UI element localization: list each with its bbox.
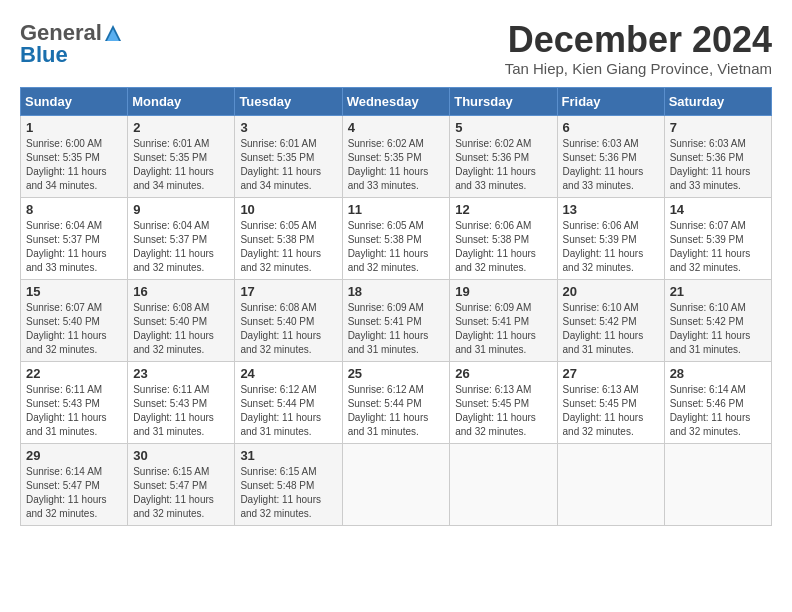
day-number: 9 xyxy=(133,202,229,217)
calendar-day-cell: 15Sunrise: 6:07 AMSunset: 5:40 PMDayligh… xyxy=(21,279,128,361)
weekday-header-monday: Monday xyxy=(128,87,235,115)
calendar-week-row: 8Sunrise: 6:04 AMSunset: 5:37 PMDaylight… xyxy=(21,197,772,279)
title-block: December 2024 Tan Hiep, Kien Giang Provi… xyxy=(505,20,772,77)
calendar-day-cell: 14Sunrise: 6:07 AMSunset: 5:39 PMDayligh… xyxy=(664,197,771,279)
day-info: Sunrise: 6:07 AMSunset: 5:40 PMDaylight:… xyxy=(26,301,122,357)
day-number: 15 xyxy=(26,284,122,299)
day-number: 16 xyxy=(133,284,229,299)
day-info: Sunrise: 6:03 AMSunset: 5:36 PMDaylight:… xyxy=(563,137,659,193)
calendar-day-cell: 13Sunrise: 6:06 AMSunset: 5:39 PMDayligh… xyxy=(557,197,664,279)
day-info: Sunrise: 6:04 AMSunset: 5:37 PMDaylight:… xyxy=(133,219,229,275)
calendar-day-cell: 28Sunrise: 6:14 AMSunset: 5:46 PMDayligh… xyxy=(664,361,771,443)
calendar-day-cell xyxy=(450,443,557,525)
day-number: 10 xyxy=(240,202,336,217)
calendar-day-cell: 8Sunrise: 6:04 AMSunset: 5:37 PMDaylight… xyxy=(21,197,128,279)
day-number: 29 xyxy=(26,448,122,463)
day-info: Sunrise: 6:03 AMSunset: 5:36 PMDaylight:… xyxy=(670,137,766,193)
calendar-day-cell: 4Sunrise: 6:02 AMSunset: 5:35 PMDaylight… xyxy=(342,115,450,197)
day-number: 12 xyxy=(455,202,551,217)
day-info: Sunrise: 6:12 AMSunset: 5:44 PMDaylight:… xyxy=(240,383,336,439)
calendar-day-cell: 11Sunrise: 6:05 AMSunset: 5:38 PMDayligh… xyxy=(342,197,450,279)
day-info: Sunrise: 6:13 AMSunset: 5:45 PMDaylight:… xyxy=(455,383,551,439)
calendar-table: SundayMondayTuesdayWednesdayThursdayFrid… xyxy=(20,87,772,526)
calendar-week-row: 15Sunrise: 6:07 AMSunset: 5:40 PMDayligh… xyxy=(21,279,772,361)
day-info: Sunrise: 6:12 AMSunset: 5:44 PMDaylight:… xyxy=(348,383,445,439)
day-info: Sunrise: 6:06 AMSunset: 5:39 PMDaylight:… xyxy=(563,219,659,275)
calendar-day-cell: 25Sunrise: 6:12 AMSunset: 5:44 PMDayligh… xyxy=(342,361,450,443)
calendar-day-cell: 12Sunrise: 6:06 AMSunset: 5:38 PMDayligh… xyxy=(450,197,557,279)
day-number: 13 xyxy=(563,202,659,217)
day-number: 24 xyxy=(240,366,336,381)
day-number: 21 xyxy=(670,284,766,299)
day-info: Sunrise: 6:10 AMSunset: 5:42 PMDaylight:… xyxy=(563,301,659,357)
day-info: Sunrise: 6:11 AMSunset: 5:43 PMDaylight:… xyxy=(26,383,122,439)
weekday-header-tuesday: Tuesday xyxy=(235,87,342,115)
day-number: 11 xyxy=(348,202,445,217)
weekday-header-thursday: Thursday xyxy=(450,87,557,115)
day-info: Sunrise: 6:13 AMSunset: 5:45 PMDaylight:… xyxy=(563,383,659,439)
day-info: Sunrise: 6:04 AMSunset: 5:37 PMDaylight:… xyxy=(26,219,122,275)
calendar-day-cell: 24Sunrise: 6:12 AMSunset: 5:44 PMDayligh… xyxy=(235,361,342,443)
calendar-day-cell xyxy=(342,443,450,525)
day-number: 26 xyxy=(455,366,551,381)
day-number: 18 xyxy=(348,284,445,299)
day-info: Sunrise: 6:01 AMSunset: 5:35 PMDaylight:… xyxy=(133,137,229,193)
day-info: Sunrise: 6:02 AMSunset: 5:36 PMDaylight:… xyxy=(455,137,551,193)
day-info: Sunrise: 6:15 AMSunset: 5:47 PMDaylight:… xyxy=(133,465,229,521)
day-info: Sunrise: 6:08 AMSunset: 5:40 PMDaylight:… xyxy=(133,301,229,357)
day-number: 5 xyxy=(455,120,551,135)
calendar-day-cell: 7Sunrise: 6:03 AMSunset: 5:36 PMDaylight… xyxy=(664,115,771,197)
calendar-day-cell: 21Sunrise: 6:10 AMSunset: 5:42 PMDayligh… xyxy=(664,279,771,361)
day-info: Sunrise: 6:05 AMSunset: 5:38 PMDaylight:… xyxy=(240,219,336,275)
calendar-subtitle: Tan Hiep, Kien Giang Province, Vietnam xyxy=(505,60,772,77)
day-number: 20 xyxy=(563,284,659,299)
calendar-week-row: 1Sunrise: 6:00 AMSunset: 5:35 PMDaylight… xyxy=(21,115,772,197)
calendar-day-cell xyxy=(557,443,664,525)
day-number: 28 xyxy=(670,366,766,381)
calendar-day-cell xyxy=(664,443,771,525)
day-number: 19 xyxy=(455,284,551,299)
calendar-day-cell: 31Sunrise: 6:15 AMSunset: 5:48 PMDayligh… xyxy=(235,443,342,525)
calendar-day-cell: 6Sunrise: 6:03 AMSunset: 5:36 PMDaylight… xyxy=(557,115,664,197)
calendar-week-row: 29Sunrise: 6:14 AMSunset: 5:47 PMDayligh… xyxy=(21,443,772,525)
calendar-day-cell: 23Sunrise: 6:11 AMSunset: 5:43 PMDayligh… xyxy=(128,361,235,443)
day-number: 23 xyxy=(133,366,229,381)
calendar-day-cell: 22Sunrise: 6:11 AMSunset: 5:43 PMDayligh… xyxy=(21,361,128,443)
day-info: Sunrise: 6:14 AMSunset: 5:46 PMDaylight:… xyxy=(670,383,766,439)
day-info: Sunrise: 6:01 AMSunset: 5:35 PMDaylight:… xyxy=(240,137,336,193)
day-number: 7 xyxy=(670,120,766,135)
calendar-day-cell: 18Sunrise: 6:09 AMSunset: 5:41 PMDayligh… xyxy=(342,279,450,361)
day-number: 6 xyxy=(563,120,659,135)
day-number: 25 xyxy=(348,366,445,381)
calendar-day-cell: 20Sunrise: 6:10 AMSunset: 5:42 PMDayligh… xyxy=(557,279,664,361)
page-header: General Blue December 2024 Tan Hiep, Kie… xyxy=(20,20,772,77)
calendar-day-cell: 29Sunrise: 6:14 AMSunset: 5:47 PMDayligh… xyxy=(21,443,128,525)
calendar-day-cell: 10Sunrise: 6:05 AMSunset: 5:38 PMDayligh… xyxy=(235,197,342,279)
day-number: 14 xyxy=(670,202,766,217)
day-number: 2 xyxy=(133,120,229,135)
day-info: Sunrise: 6:14 AMSunset: 5:47 PMDaylight:… xyxy=(26,465,122,521)
calendar-day-cell: 2Sunrise: 6:01 AMSunset: 5:35 PMDaylight… xyxy=(128,115,235,197)
day-info: Sunrise: 6:06 AMSunset: 5:38 PMDaylight:… xyxy=(455,219,551,275)
day-info: Sunrise: 6:10 AMSunset: 5:42 PMDaylight:… xyxy=(670,301,766,357)
weekday-header-friday: Friday xyxy=(557,87,664,115)
day-info: Sunrise: 6:02 AMSunset: 5:35 PMDaylight:… xyxy=(348,137,445,193)
calendar-week-row: 22Sunrise: 6:11 AMSunset: 5:43 PMDayligh… xyxy=(21,361,772,443)
day-number: 22 xyxy=(26,366,122,381)
calendar-day-cell: 9Sunrise: 6:04 AMSunset: 5:37 PMDaylight… xyxy=(128,197,235,279)
calendar-title: December 2024 xyxy=(505,20,772,60)
calendar-day-cell: 3Sunrise: 6:01 AMSunset: 5:35 PMDaylight… xyxy=(235,115,342,197)
day-number: 1 xyxy=(26,120,122,135)
day-number: 4 xyxy=(348,120,445,135)
logo: General Blue xyxy=(20,20,124,68)
calendar-day-cell: 16Sunrise: 6:08 AMSunset: 5:40 PMDayligh… xyxy=(128,279,235,361)
calendar-day-cell: 19Sunrise: 6:09 AMSunset: 5:41 PMDayligh… xyxy=(450,279,557,361)
day-info: Sunrise: 6:09 AMSunset: 5:41 PMDaylight:… xyxy=(455,301,551,357)
day-number: 3 xyxy=(240,120,336,135)
calendar-day-cell: 1Sunrise: 6:00 AMSunset: 5:35 PMDaylight… xyxy=(21,115,128,197)
day-number: 30 xyxy=(133,448,229,463)
day-info: Sunrise: 6:05 AMSunset: 5:38 PMDaylight:… xyxy=(348,219,445,275)
day-number: 27 xyxy=(563,366,659,381)
day-number: 31 xyxy=(240,448,336,463)
day-info: Sunrise: 6:09 AMSunset: 5:41 PMDaylight:… xyxy=(348,301,445,357)
